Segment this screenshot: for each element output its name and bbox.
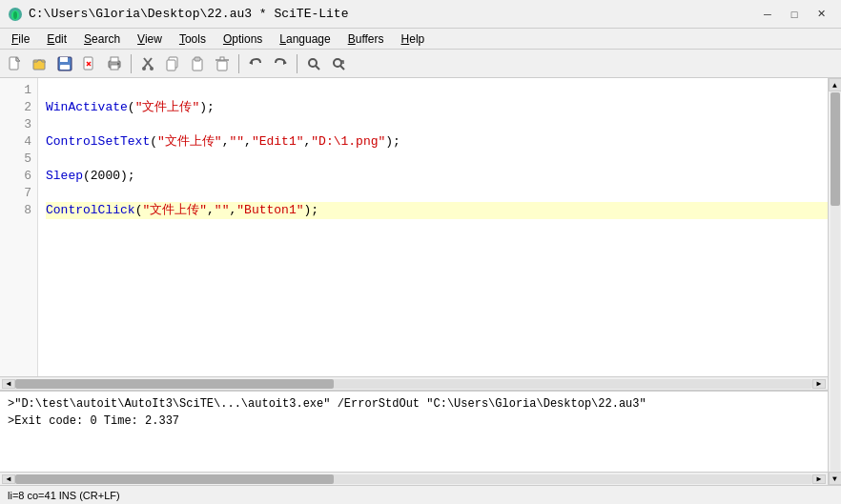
cut-button[interactable] — [136, 52, 159, 75]
toolbar-sep-1 — [131, 54, 132, 73]
svg-point-2 — [13, 11, 17, 19]
svg-rect-14 — [111, 65, 118, 70]
line-num-1: 1 — [0, 82, 37, 99]
line-num-6: 6 — [0, 168, 37, 185]
title-bar: C:\Users\Gloria\Desktop\22.au3 * SciTE-L… — [0, 0, 841, 29]
copy-button[interactable] — [161, 52, 184, 75]
app-icon — [8, 7, 23, 22]
code-line-7 — [46, 185, 828, 202]
undo-button[interactable] — [244, 52, 267, 75]
minimize-button[interactable]: ─ — [755, 5, 780, 24]
svg-point-15 — [117, 63, 119, 65]
vscroll-up-arrow[interactable]: ▲ — [829, 78, 842, 91]
status-text: li=8 co=41 INS (CR+LF) — [8, 490, 120, 501]
line-num-7: 7 — [0, 185, 37, 202]
print-button[interactable] — [103, 52, 126, 75]
output-area: >"D:\test\autoit\AutoIt3\SciTE\...\autoi… — [0, 390, 828, 485]
toolbar — [0, 50, 841, 78]
delete-button[interactable] — [211, 52, 234, 75]
close-button[interactable]: ✕ — [809, 5, 833, 24]
svg-rect-8 — [60, 65, 70, 70]
output-line-2: >Exit code: 0 Time: 2.337 — [8, 413, 820, 430]
line-num-4: 4 — [0, 133, 37, 151]
svg-rect-23 — [195, 57, 200, 61]
find-next-button[interactable] — [327, 52, 350, 75]
menu-tools[interactable]: Tools — [172, 30, 214, 48]
hscroll-thumb[interactable] — [15, 379, 334, 389]
vscroll-track[interactable] — [831, 92, 840, 471]
svg-rect-13 — [111, 57, 118, 62]
svg-rect-24 — [217, 61, 227, 71]
vscroll-thumb[interactable] — [831, 92, 840, 206]
output-hscroll[interactable]: ◀ ▶ — [0, 472, 828, 485]
close-file-button[interactable] — [78, 52, 101, 75]
svg-point-19 — [150, 67, 154, 71]
status-bar: li=8 co=41 INS (CR+LF) — [0, 485, 841, 504]
menu-bar: File Edit Search View Tools Options Lang… — [0, 29, 841, 50]
maximize-button[interactable]: □ — [782, 5, 807, 24]
output-line-1: >"D:\test\autoit\AutoIt3\SciTE\...\autoi… — [8, 395, 820, 413]
vscroll-down-arrow[interactable]: ▼ — [829, 472, 842, 485]
menu-view[interactable]: View — [130, 30, 170, 48]
hscroll-left-arrow[interactable]: ◀ — [2, 379, 15, 389]
menu-help[interactable]: Help — [394, 30, 433, 48]
line-num-8: 8 — [0, 202, 37, 219]
title-bar-controls: ─ □ ✕ — [755, 5, 833, 24]
output-hscroll-track[interactable] — [15, 474, 812, 484]
output-content: >"D:\test\autoit\AutoIt3\SciTE\...\autoi… — [0, 392, 828, 472]
output-hscroll-left-arrow[interactable]: ◀ — [2, 474, 15, 484]
hscroll-right-arrow[interactable]: ▶ — [812, 379, 826, 389]
line-num-5: 5 — [0, 151, 37, 168]
svg-rect-21 — [167, 60, 175, 71]
editor-row: 1 2 3 4 5 6 7 8 WinActivate("文件上传"); — [0, 78, 841, 485]
open-button[interactable] — [29, 52, 51, 75]
svg-rect-7 — [60, 57, 68, 62]
title-text: C:\Users\Gloria\Desktop\22.au3 * SciTE-L… — [29, 7, 348, 21]
code-area[interactable]: WinActivate("文件上传"); ControlSetText("文件上… — [38, 78, 828, 376]
menu-edit[interactable]: Edit — [39, 30, 74, 48]
save-button[interactable] — [53, 52, 76, 75]
output-hscroll-right-arrow[interactable]: ▶ — [812, 474, 826, 484]
code-line-4: ControlSetText("文件上传", "", "Edit1", "D:\… — [46, 133, 828, 151]
hscroll-track[interactable] — [15, 379, 812, 389]
main-content: 1 2 3 4 5 6 7 8 WinActivate("文件上传"); — [0, 78, 841, 485]
svg-point-29 — [309, 59, 317, 67]
svg-line-30 — [316, 66, 319, 70]
svg-point-31 — [334, 59, 341, 67]
paste-button[interactable] — [186, 52, 209, 75]
menu-language[interactable]: Language — [272, 30, 338, 48]
output-hscroll-thumb[interactable] — [15, 474, 334, 484]
toolbar-sep-3 — [297, 54, 297, 73]
editor-area[interactable]: 1 2 3 4 5 6 7 8 WinActivate("文件上传"); — [0, 78, 828, 376]
code-line-3 — [46, 116, 828, 133]
line-num-3: 3 — [0, 116, 37, 133]
editor-vscroll[interactable]: ▲ ▼ — [828, 78, 841, 485]
svg-point-18 — [142, 67, 146, 71]
redo-button[interactable] — [269, 52, 292, 75]
left-col: 1 2 3 4 5 6 7 8 WinActivate("文件上传"); — [0, 78, 828, 485]
svg-line-32 — [340, 66, 344, 70]
editor-hscroll[interactable]: ◀ ▶ — [0, 376, 828, 390]
menu-search[interactable]: Search — [76, 30, 128, 48]
code-line-2: WinActivate("文件上传"); — [46, 99, 828, 116]
line-numbers: 1 2 3 4 5 6 7 8 — [0, 78, 38, 376]
line-num-2: 2 — [0, 99, 37, 116]
menu-buffers[interactable]: Buffers — [340, 30, 392, 48]
menu-file[interactable]: File — [4, 30, 37, 48]
find-button[interactable] — [302, 52, 325, 75]
code-line-5 — [46, 151, 828, 168]
code-line-6: Sleep(2000); — [46, 168, 828, 185]
code-line-1 — [46, 82, 828, 99]
code-line-8: ControlClick("文件上传", "", "Button1"); — [46, 202, 828, 219]
new-button[interactable] — [4, 52, 27, 75]
toolbar-sep-2 — [238, 54, 239, 73]
svg-rect-26 — [220, 57, 224, 60]
title-bar-left: C:\Users\Gloria\Desktop\22.au3 * SciTE-L… — [8, 7, 348, 22]
menu-options[interactable]: Options — [215, 30, 270, 48]
